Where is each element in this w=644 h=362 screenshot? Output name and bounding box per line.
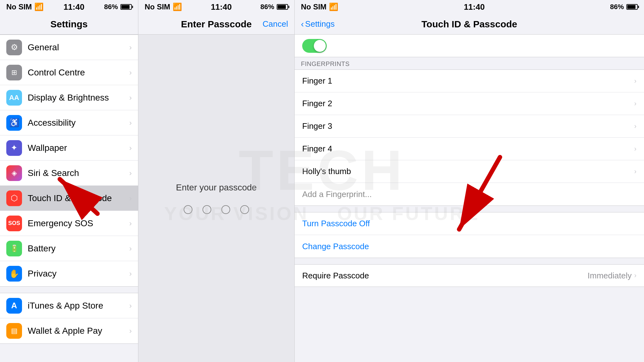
general-icon: ⚙ — [6, 40, 22, 55]
settings-group-2: A iTunes & App Store › ▤ Wallet & Apple … — [0, 293, 138, 344]
cancel-button[interactable]: Cancel — [263, 19, 288, 29]
battery-icon-3 — [626, 4, 638, 10]
change-passcode-label: Change Passcode — [302, 242, 369, 251]
accessibility-icon: ♿ — [6, 115, 22, 131]
status-right-2: 86% — [260, 3, 288, 11]
finger1-label: Finger 1 — [302, 76, 634, 86]
control-icon: ⊞ — [6, 65, 22, 80]
passcode-prompt: Enter your passcode — [176, 183, 257, 193]
settings-row-battery[interactable]: 🔋 Battery › — [0, 236, 138, 261]
settings-row-emergency[interactable]: SOS Emergency SOS › — [0, 211, 138, 236]
back-label: Settings — [305, 19, 335, 29]
time-2: 11:40 — [211, 2, 232, 12]
nav-bar-3: ‹ Settings Touch ID & Passcode — [295, 14, 644, 35]
settings-title: Settings — [50, 19, 87, 30]
itunes-label: iTunes & App Store — [28, 301, 127, 311]
settings-row-control[interactable]: ⊞ Control Centre › — [0, 60, 138, 85]
status-right-3: 86% — [610, 3, 638, 11]
general-label: General — [28, 42, 127, 52]
status-left-3: No SIM 📶 — [301, 3, 338, 11]
status-bar-3: No SIM 📶 11:40 86% — [295, 0, 644, 14]
passcode-title: Enter Passcode — [181, 19, 252, 30]
fingerprints-header: FINGERPRINTS — [295, 57, 644, 69]
general-chevron: › — [129, 43, 132, 52]
hollys-thumb-label: Holly's thumb — [302, 167, 634, 176]
settings-group-1: ⚙ General › ⊞ Control Centre › AA Displa… — [0, 35, 138, 287]
finger3-chevron: › — [634, 122, 636, 130]
passcode-dot-1 — [184, 205, 192, 214]
finger4-row[interactable]: Finger 4 › — [295, 138, 644, 160]
touchid-page-title: Touch ID & Passcode — [421, 19, 517, 30]
accessibility-label: Accessibility — [28, 118, 127, 128]
itunes-chevron: › — [129, 301, 132, 310]
battery-pct-1: 86% — [104, 3, 118, 11]
wallet-icon: ▤ — [6, 323, 22, 339]
siri-chevron: › — [129, 169, 132, 178]
wallpaper-chevron: › — [129, 144, 132, 152]
settings-row-wallet[interactable]: ▤ Wallet & Apple Pay › — [0, 318, 138, 343]
privacy-label: Privacy — [28, 269, 127, 279]
add-fingerprint-row[interactable]: Add a Fingerprint... — [295, 183, 644, 206]
carrier-1: No SIM — [6, 3, 32, 11]
passcode-dot-2 — [203, 205, 211, 214]
settings-row-accessibility[interactable]: ♿ Accessibility › — [0, 110, 138, 135]
finger1-row[interactable]: Finger 1 › — [295, 70, 644, 92]
finger2-row[interactable]: Finger 2 › — [295, 92, 644, 115]
status-bar-1: No SIM 📶 11:40 86% — [0, 0, 138, 14]
carrier-2: No SIM — [145, 3, 170, 11]
touchid-list: FINGERPRINTS Finger 1 › Finger 2 › Finge… — [295, 57, 644, 362]
battery-row-icon: 🔋 — [6, 241, 22, 256]
main-container: No SIM 📶 11:40 86% Settings ⚙ General › — [0, 0, 644, 362]
passcode-actions: Turn Passcode Off Change Passcode — [295, 212, 644, 258]
settings-row-wallpaper[interactable]: ✦ Wallpaper › — [0, 135, 138, 161]
display-icon: AA — [6, 90, 22, 106]
require-passcode-row[interactable]: Require Passcode Immediately › — [295, 264, 644, 287]
time-3: 11:40 — [464, 2, 485, 12]
hollys-thumb-row[interactable]: Holly's thumb › — [295, 160, 644, 183]
nav-bar-2: Enter Passcode Cancel — [138, 14, 294, 35]
settings-row-siri[interactable]: ◈ Siri & Search › — [0, 161, 138, 186]
siri-icon: ◈ — [6, 165, 22, 181]
status-left-1: No SIM 📶 — [6, 3, 44, 11]
emergency-chevron: › — [129, 219, 132, 228]
privacy-chevron: › — [129, 269, 132, 278]
back-button[interactable]: ‹ Settings — [301, 19, 335, 29]
settings-row-display[interactable]: AA Display & Brightness › — [0, 85, 138, 110]
control-chevron: › — [129, 68, 132, 77]
settings-list: ⚙ General › ⊞ Control Centre › AA Displa… — [0, 35, 138, 362]
touchid-toggle[interactable] — [302, 39, 327, 53]
passcode-area: Enter your passcode — [138, 35, 294, 362]
display-chevron: › — [129, 93, 132, 102]
finger3-row[interactable]: Finger 3 › — [295, 115, 644, 138]
control-label: Control Centre — [28, 68, 127, 78]
touchid-icon: ⬡ — [6, 190, 22, 206]
add-fingerprint-label: Add a Fingerprint... — [302, 189, 636, 199]
wifi-icon-2: 📶 — [173, 3, 182, 11]
status-bar-2: No SIM 📶 11:40 86% — [138, 0, 294, 14]
wifi-icon-1: 📶 — [34, 3, 44, 11]
accessibility-chevron: › — [129, 118, 132, 127]
require-passcode-chevron: › — [634, 272, 636, 280]
nav-bar-1: Settings — [0, 14, 138, 35]
wallet-label: Wallet & Apple Pay — [28, 326, 127, 336]
turn-off-row[interactable]: Turn Passcode Off — [295, 212, 644, 235]
touchid-panel: No SIM 📶 11:40 86% ‹ Settings Touch ID &… — [295, 0, 644, 362]
wifi-icon-3: 📶 — [329, 3, 338, 11]
siri-label: Siri & Search — [28, 168, 127, 178]
time-1: 11:40 — [64, 2, 85, 12]
change-passcode-row[interactable]: Change Passcode — [295, 235, 644, 258]
settings-row-touchid[interactable]: ⬡ Touch ID & Passcode › — [0, 186, 138, 211]
battery-icon-1 — [120, 4, 132, 10]
privacy-icon: ✋ — [6, 266, 22, 282]
section-divider-2 — [295, 258, 644, 264]
wallet-chevron: › — [129, 326, 132, 335]
settings-row-general[interactable]: ⚙ General › — [0, 35, 138, 60]
settings-row-itunes[interactable]: A iTunes & App Store › — [0, 293, 138, 318]
finger4-label: Finger 4 — [302, 144, 634, 154]
status-right-1: 86% — [104, 3, 132, 11]
wallpaper-icon: ✦ — [6, 140, 22, 156]
settings-panel: No SIM 📶 11:40 86% Settings ⚙ General › — [0, 0, 138, 362]
wallpaper-label: Wallpaper — [28, 143, 127, 153]
settings-row-privacy[interactable]: ✋ Privacy › — [0, 261, 138, 286]
battery-icon-2 — [277, 4, 288, 10]
